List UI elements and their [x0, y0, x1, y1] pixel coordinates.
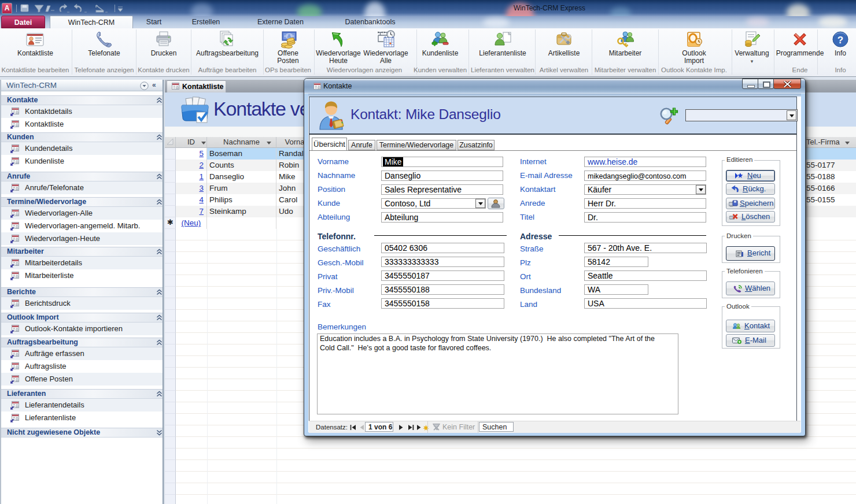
- svg-text:?: ?: [837, 35, 843, 46]
